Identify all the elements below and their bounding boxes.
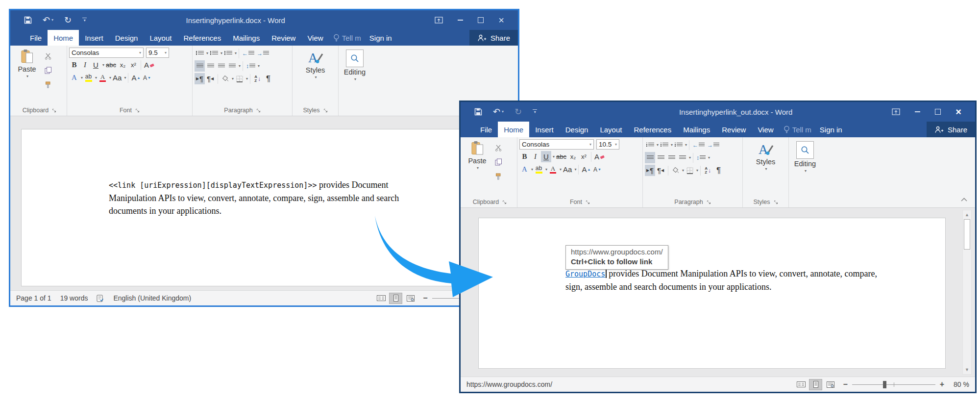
document-page[interactable]: https://www.groupdocs.com/ Ctrl+Click to… — [478, 218, 946, 369]
font-name-combo[interactable]: Consolas▾ — [519, 139, 594, 150]
cut-icon[interactable] — [43, 50, 53, 62]
strikethrough-button[interactable]: abc — [105, 59, 117, 71]
highlight-button[interactable]: ab — [83, 72, 94, 83]
ltr-direction-icon[interactable]: ▶¶ — [195, 73, 205, 84]
tab-mailings[interactable]: Mailings — [227, 30, 266, 46]
tab-review[interactable]: Review — [266, 30, 301, 46]
multilevel-list-icon[interactable] — [673, 139, 684, 151]
close-button[interactable]: × — [498, 15, 504, 25]
superscript-button[interactable]: x² — [579, 151, 589, 162]
sign-in-button[interactable]: Sign in — [815, 122, 847, 137]
groupdocs-hyperlink[interactable]: GroupDocs — [565, 270, 605, 278]
proofing-icon[interactable] — [97, 295, 104, 302]
font-color-button[interactable]: A — [98, 72, 108, 83]
shrink-font-button[interactable]: A▼ — [142, 72, 152, 83]
scrollbar-thumb[interactable] — [964, 219, 970, 250]
tab-layout[interactable]: Layout — [144, 30, 177, 46]
tab-insert[interactable]: Insert — [79, 30, 109, 46]
decrease-indent-icon[interactable]: ← — [241, 48, 255, 59]
ribbon-display-options-icon[interactable] — [892, 108, 900, 115]
shading-icon[interactable] — [670, 165, 681, 176]
tab-layout[interactable]: Layout — [594, 122, 628, 137]
zoom-thumb[interactable] — [883, 381, 886, 388]
show-formatting-marks-icon[interactable]: ¶ — [713, 165, 724, 176]
customize-qat-icon[interactable]: ▾ — [82, 18, 87, 23]
format-painter-icon[interactable] — [43, 79, 53, 90]
editing-button[interactable]: Editing ▾ — [791, 139, 819, 173]
maximize-button[interactable] — [478, 17, 484, 23]
dialog-launcher-icon[interactable] — [502, 200, 507, 204]
tab-home[interactable]: Home — [48, 30, 79, 46]
page-indicator[interactable]: Page 1 of 1 — [16, 294, 51, 302]
decrease-indent-icon[interactable]: ← — [691, 139, 706, 151]
tab-view[interactable]: View — [301, 30, 329, 46]
redo-icon[interactable]: ↻ — [514, 107, 522, 116]
dialog-launcher-icon[interactable] — [707, 200, 711, 204]
borders-icon[interactable] — [685, 165, 695, 176]
increase-indent-icon[interactable]: → — [706, 139, 720, 151]
scroll-down-icon[interactable]: ▼ — [963, 365, 971, 374]
tell-me-button[interactable]: Tell m — [780, 122, 815, 137]
change-case-button[interactable]: AaAa — [112, 72, 122, 83]
format-painter-icon[interactable] — [493, 171, 504, 182]
text-effects-button[interactable]: A — [519, 164, 530, 175]
font-size-combo[interactable]: 10.5▾ — [596, 139, 619, 150]
font-size-combo[interactable]: 9.5▾ — [146, 48, 169, 58]
italic-button[interactable]: I — [80, 59, 90, 71]
tab-insert[interactable]: Insert — [529, 122, 560, 137]
sort-icon[interactable]: AZ↓ — [703, 165, 713, 176]
tab-references[interactable]: References — [177, 30, 227, 46]
tab-mailings[interactable]: Mailings — [677, 122, 716, 137]
borders-icon[interactable] — [234, 73, 245, 84]
align-left-icon[interactable] — [195, 60, 205, 72]
tab-view[interactable]: View — [752, 122, 779, 137]
tab-review[interactable]: Review — [716, 122, 752, 137]
underline-button[interactable]: U — [541, 151, 551, 162]
rtl-direction-icon[interactable]: ¶◀ — [205, 73, 216, 84]
minimize-button[interactable] — [458, 20, 463, 21]
styles-button[interactable]: A Styles ▾ — [745, 139, 786, 171]
read-mode-icon[interactable] — [794, 379, 808, 390]
shrink-font-button[interactable]: A▼ — [592, 164, 602, 175]
vertical-scrollbar[interactable]: ▲ ▼ — [962, 210, 972, 375]
undo-icon[interactable]: ↶▾ — [43, 16, 53, 25]
grow-font-button[interactable]: A▲ — [130, 72, 141, 83]
rtl-direction-icon[interactable]: ¶◀ — [656, 165, 666, 176]
line-spacing-icon[interactable]: ↕ — [245, 60, 256, 72]
tab-file[interactable]: File — [474, 122, 498, 137]
tab-design[interactable]: Design — [560, 122, 594, 137]
numbering-icon[interactable] — [659, 139, 669, 151]
align-left-icon[interactable] — [645, 152, 655, 163]
dialog-launcher-icon[interactable] — [52, 108, 56, 113]
justify-icon[interactable] — [677, 152, 687, 163]
word-count[interactable]: 19 words — [60, 294, 88, 302]
save-icon[interactable] — [24, 16, 32, 24]
ribbon-display-options-icon[interactable] — [435, 17, 443, 24]
underline-button[interactable]: U — [91, 59, 101, 71]
tab-file[interactable]: File — [24, 30, 48, 46]
tab-home[interactable]: Home — [498, 122, 529, 137]
dialog-launcher-icon[interactable] — [323, 108, 328, 113]
dialog-launcher-icon[interactable] — [256, 108, 261, 113]
bold-button[interactable]: B — [519, 151, 530, 162]
zoom-out-icon[interactable]: − — [843, 380, 847, 389]
close-button[interactable]: × — [956, 107, 961, 117]
align-right-icon[interactable] — [216, 60, 226, 72]
scroll-up-icon[interactable]: ▲ — [963, 210, 971, 219]
collapse-ribbon-icon[interactable] — [961, 195, 967, 203]
clear-formatting-button[interactable]: A — [593, 151, 606, 162]
zoom-in-icon[interactable]: + — [940, 380, 944, 389]
grow-font-button[interactable]: A▲ — [581, 164, 591, 175]
tell-me-button[interactable]: Tell m — [329, 30, 365, 46]
sign-in-button[interactable]: Sign in — [365, 30, 396, 46]
language-indicator[interactable]: English (United Kingdom) — [113, 294, 191, 302]
line-spacing-icon[interactable]: ↕ — [695, 152, 707, 163]
tab-design[interactable]: Design — [109, 30, 144, 46]
tab-references[interactable]: References — [628, 122, 677, 137]
paste-button[interactable]: Paste ▾ — [14, 48, 40, 78]
zoom-percentage[interactable]: 80 % — [954, 380, 969, 388]
bold-button[interactable]: B — [69, 59, 79, 71]
sort-icon[interactable]: AZ↓ — [252, 73, 263, 84]
align-right-icon[interactable] — [666, 152, 677, 163]
copy-icon[interactable] — [43, 65, 53, 76]
